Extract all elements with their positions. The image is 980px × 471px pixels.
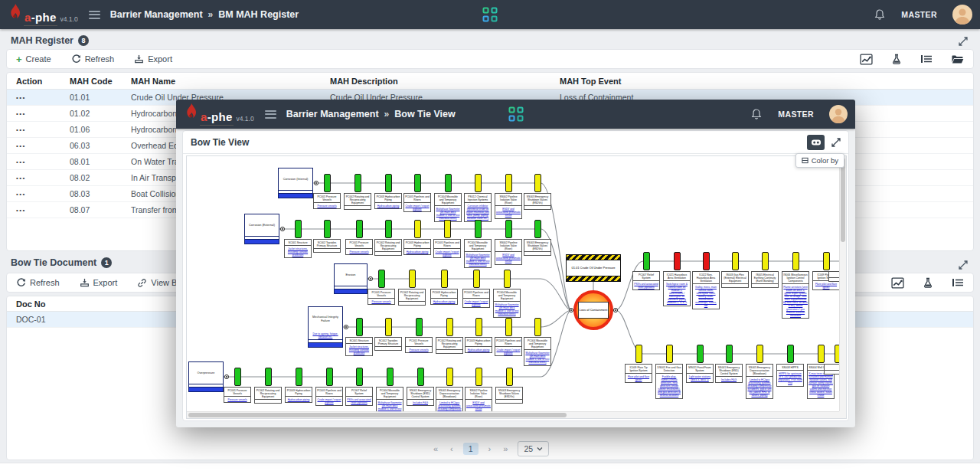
- barrier-bar[interactable]: [444, 220, 451, 238]
- barrier-label[interactable]: PC001 Pressure VesselsPressure vessels: [405, 337, 433, 353]
- threat-box[interactable]: Overpressure: [188, 361, 224, 392]
- menu-icon[interactable]: [89, 8, 100, 21]
- barrier-link[interactable]: Multiphase flowmeter (on main deck modul…: [494, 302, 520, 316]
- barrier-bar[interactable]: [265, 368, 272, 386]
- barrier-label[interactable]: SS002 Pipeline Isolation Valve (Riser)ES…: [465, 387, 492, 413]
- avatar[interactable]: [952, 5, 972, 25]
- barrier-bar[interactable]: [295, 220, 302, 238]
- barrier-label[interactable]: PC005 Pipelines and RisersCrude import /…: [433, 239, 461, 258]
- barrier-bar[interactable]: [446, 368, 453, 386]
- prev-page-button[interactable]: ‹: [448, 443, 456, 455]
- barrier-link[interactable]: Corrosion inhibitor injected at crude oi…: [465, 203, 491, 221]
- expand-icon[interactable]: [959, 260, 968, 270]
- barrier-bar[interactable]: [823, 252, 830, 270]
- action-menu-button[interactable]: •••: [16, 191, 60, 198]
- list-icon[interactable]: [952, 277, 964, 288]
- barrier-bar[interactable]: [818, 345, 825, 363]
- barrier-link[interactable]: Light water stations (deck 3, deck 5): [687, 374, 713, 382]
- app-grid-icon[interactable]: [508, 107, 523, 122]
- barrier-label[interactable]: PC002 Rotating and Reciprocating Equipme…: [344, 193, 371, 210]
- barrier-label[interactable]: PC001 Pressure VesselsPressure vessels: [345, 239, 373, 255]
- flask-icon[interactable]: [891, 54, 902, 65]
- barrier-label[interactable]: PC004 Moveable and Temporary EquipmentMu…: [434, 193, 462, 222]
- barrier-bar[interactable]: [534, 220, 541, 238]
- barrier-bar[interactable]: [703, 252, 710, 270]
- barrier-link[interactable]: Flare pilot and flare igniter: [813, 281, 839, 289]
- barrier-label[interactable]: SS001 Emergency Shutdown (ESD) Control S…: [407, 387, 434, 406]
- barrier-bar[interactable]: [409, 270, 416, 288]
- barrier-bar[interactable]: [762, 252, 769, 270]
- barrier-link[interactable]: Crude import / export pipeline: [316, 397, 342, 405]
- action-menu-button[interactable]: •••: [16, 207, 60, 214]
- chart-icon[interactable]: [860, 54, 873, 65]
- barrier-bar[interactable]: [234, 368, 241, 386]
- threat-box[interactable]: Corrosion (Internal): [278, 168, 313, 198]
- barrier-link[interactable]: Pressure vessels: [346, 249, 372, 254]
- barrier-label[interactable]: DS001 Fire and Gas DetectionFusible plug…: [655, 364, 683, 399]
- barrier-link[interactable]: PSVs and associated relief pipework: [633, 281, 659, 289]
- barrier-label[interactable]: PC003 Hydrocarbon PipingHydrocarbon pipi…: [285, 387, 312, 403]
- diagram-style-button[interactable]: [807, 135, 825, 150]
- barrier-link[interactable]: Crude import / export pipeline: [434, 249, 460, 257]
- chart-icon[interactable]: [891, 277, 904, 289]
- barrier-bar[interactable]: [385, 174, 392, 192]
- expand-icon[interactable]: [831, 138, 841, 147]
- barrier-label[interactable]: IS003 Gas Flex (External) Electrical Equ…: [721, 271, 749, 288]
- barrier-bar[interactable]: [387, 368, 394, 386]
- threat-box[interactable]: Corrosion (External): [244, 214, 279, 244]
- barrier-link[interactable]: Flame arrestors (vent boom on deck 5, gl…: [782, 284, 808, 318]
- barrier-label[interactable]: SS003 Emergency Shutdown Valves (ESDVs): [495, 387, 523, 404]
- hazard-box[interactable]: 01.01 Crude Oil Under Pressure: [566, 254, 621, 282]
- barrier-link[interactable]: Jacket structures, including cathodic pr…: [285, 246, 311, 257]
- barrier-link[interactable]: Includes F&G: [716, 377, 742, 382]
- barrier-label[interactable]: SC001 StructureJacket structures, includ…: [345, 337, 373, 356]
- barrier-link[interactable]: Fusible plug, flame/UV/heat detectors, h…: [656, 374, 682, 398]
- refresh-button[interactable]: Refresh: [71, 54, 115, 64]
- barrier-link[interactable]: Pressure vessels: [314, 203, 340, 208]
- barrier-label[interactable]: PC003 Hydrocarbon PipingHydrocarbon pipi…: [430, 289, 458, 305]
- barrier-label[interactable]: PS012 Chemical Injection SystemsCorrosio…: [464, 193, 492, 222]
- export-button[interactable]: Export: [134, 54, 172, 64]
- barrier-label[interactable]: PC001 Pressure VesselsPressure vessels: [313, 193, 341, 209]
- barrier-bar[interactable]: [324, 220, 331, 238]
- barrier-bar[interactable]: [726, 345, 733, 363]
- barrier-link[interactable]: Hydrocarbon piping: [466, 347, 492, 352]
- barrier-bar[interactable]: [446, 318, 453, 336]
- barrier-link[interactable]: ESDV and associated pneumatic circuit: [495, 252, 521, 263]
- barrier-link[interactable]: Limited to HC/gas processing systems inc…: [746, 377, 773, 398]
- barrier-label[interactable]: SS005 Emergency Depressurisation (Blowdo…: [746, 364, 773, 399]
- barrier-bar[interactable]: [787, 345, 794, 363]
- page-size-select[interactable]: 25: [518, 441, 549, 456]
- action-menu-button[interactable]: •••: [16, 110, 60, 117]
- barrier-bar[interactable]: [473, 270, 480, 288]
- barrier-bar[interactable]: [296, 368, 302, 386]
- barrier-bar[interactable]: [505, 174, 512, 192]
- barrier-label[interactable]: PC003 Hydrocarbon PipingHydrocarbon pipi…: [403, 239, 431, 255]
- barrier-link[interactable]: Hydrocarbon piping: [431, 299, 457, 304]
- barrier-bar[interactable]: [506, 368, 513, 386]
- barrier-label[interactable]: SC002 Topsides Primary Structure: [313, 239, 341, 253]
- barrier-label[interactable]: PC003 Hydrocarbon PipingHydrocarbon pipi…: [374, 193, 402, 209]
- next-page-button[interactable]: ›: [486, 443, 494, 455]
- refresh-button[interactable]: Refresh: [16, 278, 60, 288]
- scrollbar-thumb[interactable]: [841, 158, 845, 242]
- barrier-label[interactable]: IC021 Hazardous Area VentilationSwitchge…: [663, 271, 691, 306]
- barrier-bar[interactable]: [414, 174, 421, 192]
- barrier-label[interactable]: PC007 Relief SystemPSVs and associated r…: [632, 271, 660, 290]
- barrier-bar[interactable]: [445, 174, 452, 192]
- barrier-bar[interactable]: [326, 368, 333, 386]
- action-menu-button[interactable]: •••: [16, 159, 60, 165]
- list-icon[interactable]: [920, 54, 933, 64]
- barrier-bar[interactable]: [475, 368, 482, 386]
- app-grid-icon[interactable]: [483, 8, 498, 22]
- barrier-label[interactable]: SS003 Emergency Shutdown Valves (ESDVs): [524, 239, 551, 256]
- expand-icon[interactable]: [959, 37, 968, 46]
- barrier-bar[interactable]: [475, 220, 482, 238]
- flask-icon[interactable]: [923, 277, 933, 289]
- barrier-label[interactable]: IC022 Non-Hazardous Area VentilationGall…: [692, 271, 720, 309]
- barrier-link[interactable]: Pressure vessels: [368, 299, 394, 304]
- barrier-bar[interactable]: [674, 252, 681, 270]
- barrier-label[interactable]: PC002 Rotating and Reciprocating Equipme…: [436, 337, 463, 354]
- action-menu-button[interactable]: •••: [16, 175, 60, 182]
- barrier-label[interactable]: PC002 Rotating and Reciprocating Equipme…: [398, 289, 426, 306]
